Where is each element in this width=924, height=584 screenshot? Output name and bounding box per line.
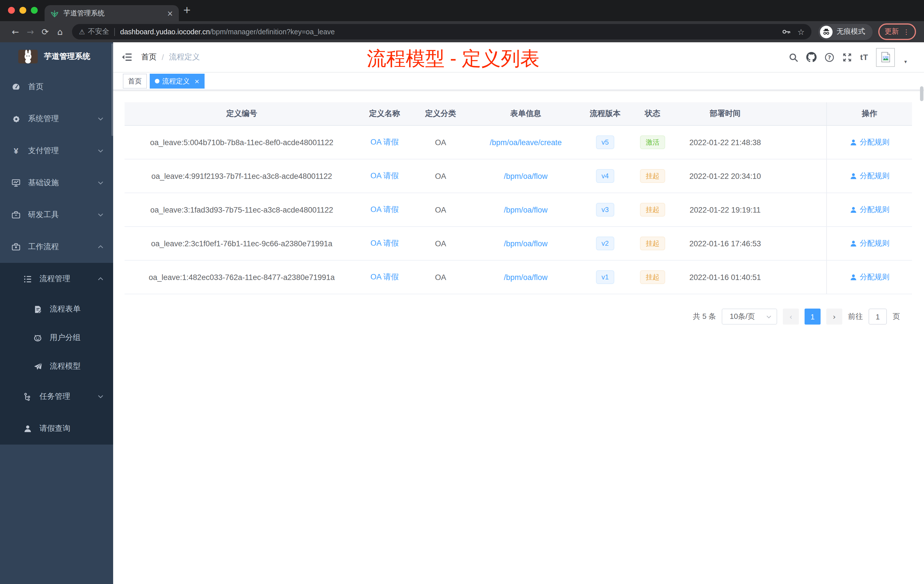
sidebar-item-payment[interactable]: ¥ 支付管理 <box>0 135 113 167</box>
browser-toolbar: ← → ⟳ ⌂ ⚠ 不安全 dashboard.yudao.iocoder.cn… <box>0 21 924 42</box>
sidebar-item-process-form[interactable]: 流程表单 <box>0 295 113 323</box>
status-badge: 挂起 <box>640 237 665 250</box>
page-number-button[interactable]: 1 <box>805 308 820 325</box>
briefcase-icon <box>12 242 21 251</box>
sidebar-item-user-group[interactable]: 用户分组 <box>0 323 113 352</box>
avatar-caret-icon[interactable]: ▾ <box>904 59 907 64</box>
definition-name-link[interactable]: OA 请假 <box>370 137 399 147</box>
definition-name-link[interactable]: OA 请假 <box>370 171 399 181</box>
page-size-select[interactable]: 10条/页 <box>722 308 777 325</box>
annotation-title: 流程模型 - 定义列表 <box>367 46 540 72</box>
incognito-badge: 无痕模式 <box>818 24 873 40</box>
version-badge: v4 <box>596 169 614 183</box>
tag-process-definition[interactable]: 流程定义 × <box>150 74 205 89</box>
form-link[interactable]: /bpm/oa/flow <box>504 239 548 248</box>
help-icon[interactable]: ? <box>825 52 835 62</box>
url-domain: dashboard.yudao.iocoder.cn <box>120 28 210 36</box>
close-window-button[interactable] <box>8 7 15 14</box>
github-icon[interactable] <box>807 52 817 62</box>
table-row: oa_leave:1:482ec033-762a-11ec-8477-a2380… <box>125 261 912 294</box>
assign-rule-button[interactable]: 分配规则 <box>850 272 889 282</box>
version-badge: v1 <box>596 270 614 284</box>
form-link[interactable]: /bpm/oa/flow <box>504 273 548 281</box>
cell-category: OA <box>410 126 471 159</box>
table-row: oa_leave:3:1fad3d93-7b75-11ec-a3c8-acde4… <box>125 193 912 227</box>
col-form-info: 表单信息 <box>471 102 581 125</box>
next-page-button[interactable]: › <box>826 308 842 325</box>
password-key-icon[interactable] <box>782 27 790 36</box>
zoom-window-button[interactable] <box>31 7 38 14</box>
cell-definition-id: oa_leave:1:482ec033-762a-11ec-8477-a2380… <box>125 261 359 294</box>
sidebar-item-infrastructure[interactable]: 基础设施 <box>0 167 113 199</box>
sidebar-logo[interactable]: 芋道管理系统 <box>0 42 113 71</box>
goto-page-input[interactable] <box>869 308 887 325</box>
chevron-down-icon <box>97 115 104 122</box>
tag-close-icon[interactable]: × <box>194 78 200 85</box>
fullscreen-icon[interactable] <box>843 52 852 62</box>
sidebar-item-label: 流程管理 <box>40 274 70 284</box>
browser-menu-icon[interactable]: ⋮ <box>903 28 910 36</box>
sidebar-item-process-manage[interactable]: 流程管理 <box>0 263 113 295</box>
browser-update-button[interactable]: 更新 ⋮ <box>878 23 916 40</box>
incognito-label: 无痕模式 <box>837 27 871 36</box>
sidebar-item-leave-query[interactable]: 请假查询 <box>0 412 113 445</box>
breadcrumb-home[interactable]: 首页 <box>141 52 157 62</box>
tab-close-icon[interactable]: × <box>167 9 173 17</box>
sidebar-item-label: 首页 <box>28 82 43 92</box>
gear-icon <box>12 114 21 124</box>
forward-icon[interactable]: → <box>23 26 38 37</box>
assign-rule-button[interactable]: 分配规则 <box>850 238 889 249</box>
search-icon[interactable] <box>789 52 799 62</box>
bookmark-star-icon[interactable]: ☆ <box>797 27 805 36</box>
definition-name-link[interactable]: OA 请假 <box>370 205 399 215</box>
sidebar-item-task-manage[interactable]: 任务管理 <box>0 381 113 412</box>
font-size-icon[interactable]: tT <box>860 53 868 62</box>
col-deploy-time: 部署时间 <box>675 102 775 125</box>
url-bar[interactable]: ⚠ 不安全 dashboard.yudao.iocoder.cn/bpm/man… <box>72 24 812 40</box>
sidebar-item-workflow[interactable]: 工作流程 <box>0 231 113 263</box>
sidebar-toggle-icon[interactable] <box>122 53 132 62</box>
form-link[interactable]: /bpm/oa/flow <box>504 172 548 180</box>
prev-page-button[interactable]: ‹ <box>783 308 799 325</box>
assign-rule-button[interactable]: 分配规则 <box>850 205 889 215</box>
home-icon[interactable]: ⌂ <box>53 26 68 37</box>
page-scrollbar[interactable] <box>920 86 924 101</box>
definition-name-link[interactable]: OA 请假 <box>370 272 399 282</box>
tag-home[interactable]: 首页 <box>123 74 147 89</box>
sidebar-item-system[interactable]: 系统管理 <box>0 103 113 135</box>
chevron-up-icon <box>97 276 104 282</box>
new-tab-button[interactable]: + <box>183 4 191 15</box>
flow-icon <box>23 392 32 401</box>
workflow-submenu: 流程管理 流程表单 用户分组 <box>0 263 113 445</box>
minimize-window-button[interactable] <box>20 7 26 14</box>
definition-table: 定义编号 定义名称 定义分类 表单信息 流程版本 状态 部署时间 操作 oa_l… <box>125 102 912 325</box>
security-label[interactable]: 不安全 <box>88 27 109 36</box>
assign-rule-button[interactable]: 分配规则 <box>850 137 889 147</box>
incognito-icon <box>820 25 833 38</box>
cell-deploy-time: 2022-01-22 20:34:10 <box>675 159 775 193</box>
reload-icon[interactable]: ⟳ <box>38 26 53 37</box>
avatar[interactable] <box>876 48 895 66</box>
assign-rule-button[interactable]: 分配规则 <box>850 171 889 181</box>
col-process-version: 流程版本 <box>581 102 630 125</box>
active-dot <box>155 79 159 83</box>
sidebar-item-devtools[interactable]: 研发工具 <box>0 199 113 231</box>
update-label[interactable]: 更新 <box>884 27 899 36</box>
col-filler <box>775 102 826 125</box>
browser-tabstrip: 芋道管理系统 × + <box>0 0 924 21</box>
form-link[interactable]: /bpm/oa/flow <box>504 205 548 214</box>
browser-tab[interactable]: 芋道管理系统 × <box>45 5 179 21</box>
chevron-down-icon <box>97 180 104 186</box>
sidebar: 芋道管理系统 首页 系统管理 ¥ 支付管理 <box>0 42 113 584</box>
sidebar-item-home[interactable]: 首页 <box>0 71 113 103</box>
col-definition-id: 定义编号 <box>125 102 359 125</box>
back-icon[interactable]: ← <box>8 26 23 37</box>
tags-view: 首页 流程定义 × <box>113 73 924 90</box>
logo-rabbit-image <box>18 50 38 63</box>
sidebar-item-process-model[interactable]: 流程模型 <box>0 352 113 381</box>
cell-deploy-time: 2022-01-16 17:46:53 <box>675 227 775 260</box>
pagination-total: 共 5 条 <box>693 312 716 322</box>
form-link[interactable]: /bpm/oa/leave/create <box>490 138 562 147</box>
table-header: 定义编号 定义名称 定义分类 表单信息 流程版本 状态 部署时间 操作 <box>125 102 912 126</box>
definition-name-link[interactable]: OA 请假 <box>370 238 399 249</box>
